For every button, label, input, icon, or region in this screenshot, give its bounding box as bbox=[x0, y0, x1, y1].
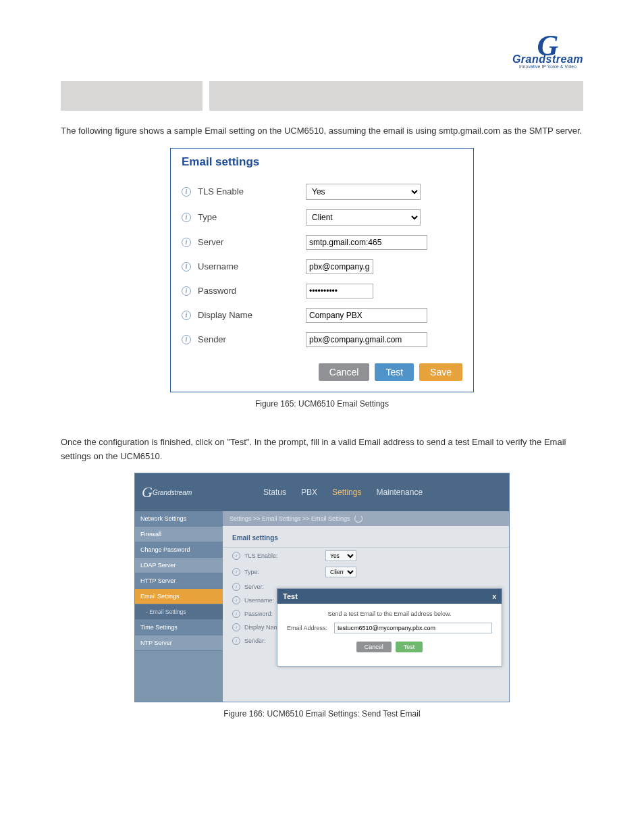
intro-text: The following figure shows a sample Emai… bbox=[61, 124, 583, 138]
tls-enable-select[interactable]: Yes bbox=[325, 550, 356, 561]
tls-enable-label: TLS Enable bbox=[198, 186, 306, 197]
app-screenshot: G Grandstream Status PBX Settings Mainte… bbox=[134, 473, 510, 702]
nav-settings[interactable]: Settings bbox=[332, 488, 361, 497]
modal-message: Send a test Email to the Email address b… bbox=[287, 610, 492, 617]
info-icon[interactable]: i bbox=[182, 311, 191, 320]
info-icon[interactable]: i bbox=[232, 610, 240, 618]
panel-title: Email settings bbox=[223, 526, 509, 548]
password-input[interactable] bbox=[306, 284, 373, 298]
breadcrumb: Settings >> Email Settings >> Email Sett… bbox=[223, 511, 509, 526]
modal-title: Test bbox=[283, 592, 298, 600]
info-icon[interactable]: i bbox=[182, 213, 191, 222]
sidebar: Network Settings Firewall Change Passwor… bbox=[135, 511, 223, 702]
email-settings-dialog: Email settings i TLS Enable Yes i Type C… bbox=[170, 148, 474, 392]
server-input[interactable] bbox=[306, 235, 427, 250]
info-icon[interactable]: i bbox=[232, 623, 240, 631]
refresh-icon[interactable] bbox=[354, 515, 363, 523]
app-logo: G Grandstream bbox=[135, 484, 223, 501]
display-name-input[interactable] bbox=[306, 308, 427, 323]
modal-cancel-button[interactable]: Cancel bbox=[356, 642, 392, 652]
test-button[interactable]: Test bbox=[375, 363, 414, 381]
sidebar-item-email[interactable]: Email Settings bbox=[135, 589, 223, 604]
type-select[interactable]: Client bbox=[306, 209, 421, 226]
server-label: Server bbox=[198, 237, 306, 247]
info-icon[interactable]: i bbox=[182, 262, 191, 271]
mid-text: Once the configuration is finished, clic… bbox=[61, 436, 583, 464]
figure-caption-2: Figure 166: UCM6510 Email Settings: Send… bbox=[61, 709, 583, 719]
sidebar-item-email-sub[interactable]: - Email Settings bbox=[135, 604, 223, 620]
nav-pbx[interactable]: PBX bbox=[301, 488, 317, 497]
sender-label: Sender bbox=[198, 334, 306, 344]
info-icon[interactable]: i bbox=[182, 187, 191, 197]
sidebar-item-change-password[interactable]: Change Password bbox=[135, 542, 223, 558]
info-icon[interactable]: i bbox=[232, 568, 240, 576]
info-icon[interactable]: i bbox=[232, 596, 240, 604]
tls-enable-select[interactable]: Yes bbox=[306, 184, 421, 200]
brand-logo: G Grandstream Innovative IP Voice & Vide… bbox=[512, 34, 583, 69]
type-label: Type: bbox=[244, 569, 325, 575]
sidebar-item-time[interactable]: Time Settings bbox=[135, 620, 223, 635]
sidebar-item-ldap[interactable]: LDAP Server bbox=[135, 558, 223, 573]
type-label: Type bbox=[198, 212, 306, 222]
dialog-title: Email settings bbox=[182, 155, 462, 169]
password-label: Password bbox=[198, 286, 306, 296]
cancel-button[interactable]: Cancel bbox=[319, 363, 370, 381]
info-icon[interactable]: i bbox=[232, 637, 240, 645]
header-bar-left bbox=[61, 81, 203, 111]
sidebar-item-http[interactable]: HTTP Server bbox=[135, 573, 223, 589]
username-input[interactable] bbox=[306, 259, 373, 274]
modal-test-button[interactable]: Test bbox=[396, 642, 423, 652]
header-bar-right bbox=[209, 81, 583, 111]
sidebar-item-network[interactable]: Network Settings bbox=[135, 511, 223, 527]
nav-status[interactable]: Status bbox=[263, 488, 286, 497]
nav-maintenance[interactable]: Maintenance bbox=[376, 488, 423, 497]
sidebar-item-ntp[interactable]: NTP Server bbox=[135, 635, 223, 651]
type-select[interactable]: Client bbox=[325, 567, 356, 577]
email-address-label: Email Address: bbox=[287, 625, 327, 631]
display-name-label: Display Name bbox=[198, 310, 306, 320]
close-icon[interactable]: x bbox=[492, 593, 496, 600]
email-address-input[interactable] bbox=[334, 623, 492, 633]
info-icon[interactable]: i bbox=[182, 238, 191, 247]
info-icon[interactable]: i bbox=[182, 286, 191, 296]
figure-caption-1: Figure 165: UCM6510 Email Settings bbox=[61, 399, 583, 409]
info-icon[interactable]: i bbox=[182, 335, 191, 344]
username-label: Username bbox=[198, 261, 306, 271]
info-icon[interactable]: i bbox=[232, 583, 240, 591]
sidebar-item-firewall[interactable]: Firewall bbox=[135, 527, 223, 542]
tls-enable-label: TLS Enable: bbox=[244, 552, 325, 559]
app-header: G Grandstream Status PBX Settings Mainte… bbox=[135, 473, 509, 511]
header-bar bbox=[61, 81, 583, 111]
save-button[interactable]: Save bbox=[419, 363, 462, 381]
test-email-modal: Test x Send a test Email to the Email ad… bbox=[277, 588, 502, 667]
info-icon[interactable]: i bbox=[232, 552, 240, 560]
sender-input[interactable] bbox=[306, 332, 427, 347]
logo-tagline: Innovative IP Voice & Video bbox=[512, 64, 583, 69]
